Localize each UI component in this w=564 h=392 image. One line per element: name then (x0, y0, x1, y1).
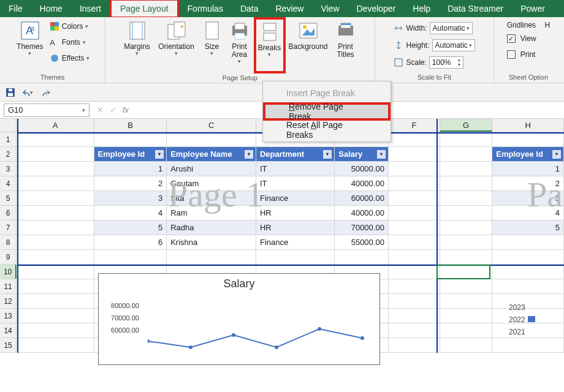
cell[interactable]: 5 (94, 221, 167, 235)
undo-button[interactable]: ▾ (22, 87, 33, 98)
cell[interactable] (492, 338, 564, 352)
tab-page-layout[interactable]: Page Layout (110, 0, 179, 17)
tab-help[interactable]: Help (404, 0, 439, 17)
col-header-G[interactable]: G (440, 119, 493, 132)
cell[interactable] (389, 265, 440, 279)
cell[interactable] (389, 147, 440, 161)
row-header[interactable]: 10 (0, 265, 17, 279)
cell[interactable] (389, 235, 440, 249)
cell[interactable] (492, 250, 564, 264)
embedded-chart[interactable]: Salary 80000.00 70000.00 60000.00 (98, 273, 380, 365)
cell[interactable] (389, 221, 440, 235)
cell[interactable]: 40000.00 (335, 176, 389, 190)
cell[interactable] (17, 309, 94, 323)
cell[interactable]: Finance (256, 235, 335, 249)
cell[interactable] (440, 294, 493, 308)
cell[interactable]: 6 (94, 235, 167, 249)
worksheet-grid[interactable]: A B C D E F G H 12Employee Id▾Employee N… (0, 119, 564, 353)
width-select[interactable]: Automatic▾ (430, 22, 473, 34)
themes-button[interactable]: Aa Themes ▾ (13, 18, 47, 70)
cell[interactable]: IT (256, 162, 335, 176)
cell[interactable]: 55000.00 (335, 235, 389, 249)
cell[interactable]: Arushi (167, 162, 256, 176)
col-header-F[interactable]: F (389, 119, 440, 132)
cell[interactable] (492, 235, 564, 249)
row-header[interactable]: 13 (0, 309, 17, 323)
tab-formulas[interactable]: Formulas (179, 0, 232, 17)
height-select[interactable]: Automatic▾ (432, 39, 475, 51)
cell[interactable] (389, 338, 440, 352)
gridlines-print-checkbox[interactable]: Print (507, 48, 536, 61)
cell[interactable] (167, 250, 256, 264)
cell[interactable] (440, 162, 493, 176)
cell[interactable]: 1 (94, 162, 167, 176)
cell[interactable]: 2 (94, 176, 167, 190)
cell[interactable] (440, 235, 493, 249)
size-button[interactable]: Size▾ (199, 18, 226, 70)
background-button[interactable]: Background (286, 18, 331, 70)
enter-formula-button[interactable]: ✓ (110, 105, 116, 115)
tab-file[interactable]: File (0, 0, 31, 17)
row-header[interactable]: 7 (0, 221, 17, 235)
tab-view[interactable]: View (312, 0, 348, 17)
colors-button[interactable]: Colors▾ (47, 20, 92, 33)
row-header[interactable]: 4 (0, 176, 17, 190)
fx-icon[interactable]: fx (123, 105, 129, 115)
tab-home[interactable]: Home (31, 0, 71, 17)
margins-button[interactable]: Margins▾ (120, 18, 154, 70)
cell[interactable] (492, 279, 564, 293)
filter-icon[interactable]: ▾ (245, 150, 253, 159)
tab-insert[interactable]: Insert (71, 0, 110, 17)
cell[interactable] (492, 132, 564, 146)
row-header[interactable]: 1 (0, 132, 17, 146)
cell[interactable] (17, 250, 94, 264)
row-header[interactable]: 2 (0, 147, 17, 161)
name-box[interactable]: G10▾ (4, 104, 90, 117)
cell[interactable] (389, 323, 440, 337)
cell[interactable] (492, 265, 564, 279)
print-area-button[interactable]: Print Area▾ (226, 18, 254, 70)
cell[interactable]: Ram (167, 206, 256, 220)
cell[interactable] (17, 147, 94, 161)
cell[interactable] (17, 206, 94, 220)
cell[interactable] (17, 132, 94, 146)
redo-button[interactable]: ▾ (39, 87, 50, 98)
print-titles-button[interactable]: Print Titles (331, 18, 360, 70)
row-header[interactable]: 9 (0, 250, 17, 264)
cell[interactable]: Radha (167, 221, 256, 235)
col-header-C[interactable]: C (167, 119, 256, 132)
cell[interactable] (440, 309, 493, 323)
cell[interactable]: HR (256, 221, 335, 235)
cell[interactable] (440, 221, 493, 235)
orientation-button[interactable]: Orientation▾ (154, 18, 199, 70)
cell[interactable] (17, 279, 94, 293)
row-header[interactable]: 12 (0, 294, 17, 308)
cell[interactable]: 4 (492, 206, 564, 220)
th-emp-name[interactable]: Employee Name▾ (167, 147, 256, 161)
cell[interactable]: 70000.00 (335, 221, 389, 235)
col-header-B[interactable]: B (94, 119, 167, 132)
cell[interactable]: 5 (492, 221, 564, 235)
cell[interactable] (167, 132, 256, 146)
filter-icon[interactable]: ▾ (323, 150, 332, 159)
col-header-A[interactable]: A (17, 119, 94, 132)
cell[interactable]: 4 (94, 206, 167, 220)
row-header[interactable]: 6 (0, 206, 17, 220)
tab-data-streamer[interactable]: Data Streamer (439, 0, 512, 17)
fonts-button[interactable]: A Fonts▾ (47, 36, 92, 49)
cell[interactable] (17, 176, 94, 190)
th-salary[interactable]: Salary▾ (335, 147, 389, 161)
cell[interactable]: Gautam (167, 176, 256, 190)
cell[interactable] (94, 250, 167, 264)
cell[interactable] (94, 132, 167, 146)
remove-page-break-item[interactable]: Remove Page Break (263, 102, 391, 121)
row-header[interactable]: 5 (0, 191, 17, 205)
tab-developer[interactable]: Developer (348, 0, 405, 17)
breaks-button[interactable]: Breaks▾ (254, 17, 286, 74)
cell[interactable] (17, 323, 94, 337)
cell[interactable] (17, 294, 94, 308)
cell[interactable] (389, 309, 440, 323)
filter-icon[interactable]: ▾ (377, 150, 386, 159)
gridlines-view-checkbox[interactable]: ✓View (507, 32, 536, 45)
cell[interactable] (440, 191, 493, 205)
